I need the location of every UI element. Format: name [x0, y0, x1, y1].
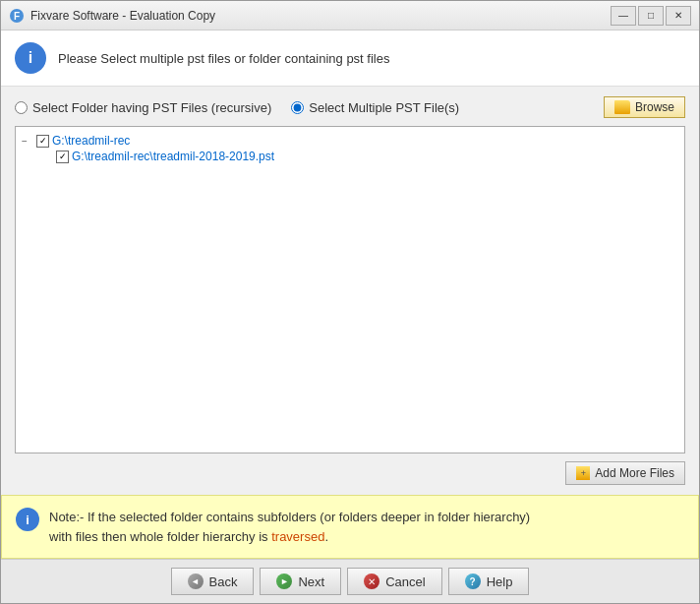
cancel-label: Cancel: [385, 574, 425, 589]
title-bar-left: F Fixvare Software - Evaluation Copy: [9, 8, 215, 24]
checkbox-root[interactable]: [36, 135, 49, 148]
next-label: Next: [298, 574, 324, 589]
maximize-button[interactable]: □: [638, 6, 664, 26]
help-button[interactable]: ? Help: [448, 568, 530, 595]
browse-button[interactable]: Browse: [604, 96, 685, 118]
tree-node-root: − G:\treadmil-rec: [22, 133, 678, 149]
note-prefix: Note:- If the selected folder contains s…: [49, 510, 530, 524]
checkbox-child[interactable]: [56, 151, 69, 163]
tree-node-child: G:\treadmil-rec\treadmil-2018-2019.pst: [41, 149, 678, 164]
radio-folder-input[interactable]: [15, 101, 28, 114]
header-message: Please Select multiple pst files or fold…: [58, 51, 389, 66]
back-label: Back: [209, 574, 238, 589]
main-content: Select Folder having PST Files (recursiv…: [1, 87, 699, 495]
note-suffix: with files then whole folder hierarchy i…: [49, 529, 268, 544]
note-highlight: traversed: [271, 529, 324, 544]
close-button[interactable]: ✕: [666, 6, 691, 26]
add-more-files-button[interactable]: + Add More Files: [565, 461, 685, 485]
tree-link-child[interactable]: G:\treadmil-rec\treadmil-2018-2019.pst: [72, 150, 274, 163]
next-icon: ►: [276, 574, 292, 589]
note-info-icon: i: [16, 508, 39, 531]
header-info-icon: i: [15, 42, 46, 74]
browse-label: Browse: [635, 100, 674, 114]
cancel-icon: ✕: [364, 574, 379, 589]
main-window: F Fixvare Software - Evaluation Copy — □…: [0, 0, 700, 604]
note-text: Note:- If the selected folder contains s…: [49, 508, 530, 546]
svg-text:F: F: [14, 11, 20, 22]
tree-link-root[interactable]: G:\treadmil-rec: [52, 134, 130, 148]
title-bar: F Fixvare Software - Evaluation Copy — □…: [1, 1, 699, 30]
window-title: Fixvare Software - Evaluation Copy: [30, 9, 215, 23]
radio-folder-label[interactable]: Select Folder having PST Files (recursiv…: [32, 100, 271, 115]
help-icon: ?: [465, 574, 481, 589]
file-tree-area[interactable]: − G:\treadmil-rec G:\treadmil-rec\treadm…: [15, 126, 685, 453]
add-icon: +: [576, 466, 590, 480]
expand-icon-root[interactable]: −: [22, 136, 33, 147]
radio-files-label[interactable]: Select Multiple PST File(s): [309, 100, 459, 115]
footer-bar: ◄ Back ► Next ✕ Cancel ? Help: [1, 559, 699, 603]
title-bar-controls: — □ ✕: [611, 6, 691, 26]
cancel-button[interactable]: ✕ Cancel: [347, 568, 441, 595]
radio-files-input[interactable]: [291, 101, 304, 114]
radio-group-files: Select Multiple PST File(s): [291, 100, 459, 115]
folder-icon: [614, 100, 630, 114]
note-end: .: [324, 529, 328, 544]
radio-row: Select Folder having PST Files (recursiv…: [15, 96, 685, 118]
add-more-label: Add More Files: [595, 466, 674, 480]
next-button[interactable]: ► Next: [260, 568, 341, 595]
help-label: Help: [487, 574, 513, 589]
radio-group-folder: Select Folder having PST Files (recursiv…: [15, 100, 271, 115]
minimize-button[interactable]: —: [611, 6, 636, 26]
back-button[interactable]: ◄ Back: [171, 568, 255, 595]
app-icon: F: [9, 8, 25, 24]
add-more-row: + Add More Files: [15, 461, 685, 485]
header-section: i Please Select multiple pst files or fo…: [1, 30, 699, 87]
back-icon: ◄: [188, 574, 204, 589]
note-section: i Note:- If the selected folder contains…: [1, 495, 699, 559]
